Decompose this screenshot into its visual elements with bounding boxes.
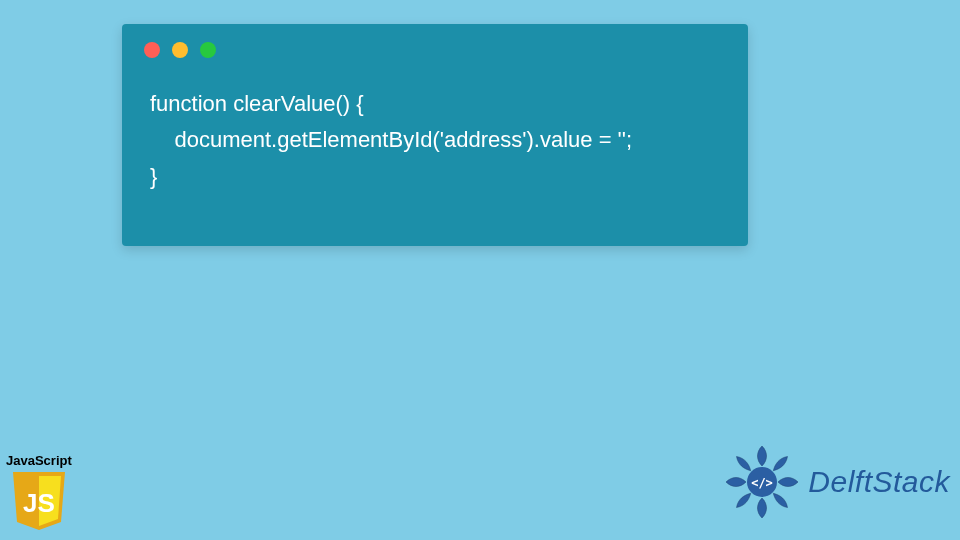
javascript-shield-icon: JS [11, 470, 67, 532]
js-text: JS [23, 488, 55, 518]
javascript-badge: JavaScript JS [6, 453, 72, 532]
svg-text:</>: </> [751, 476, 773, 490]
brand-wrap: </> DelftStack [722, 442, 950, 522]
close-icon [144, 42, 160, 58]
window-controls [122, 24, 748, 58]
minimize-icon [172, 42, 188, 58]
maximize-icon [200, 42, 216, 58]
code-window: function clearValue() { document.getElem… [122, 24, 748, 246]
code-line: document.getElementById('address').value… [150, 122, 720, 158]
code-line: function clearValue() { [150, 86, 720, 122]
brand-logo-icon: </> [722, 442, 802, 522]
javascript-label: JavaScript [6, 453, 72, 468]
brand-name: DelftStack [808, 465, 950, 499]
code-line: } [150, 159, 720, 195]
code-block: function clearValue() { document.getElem… [122, 58, 748, 215]
